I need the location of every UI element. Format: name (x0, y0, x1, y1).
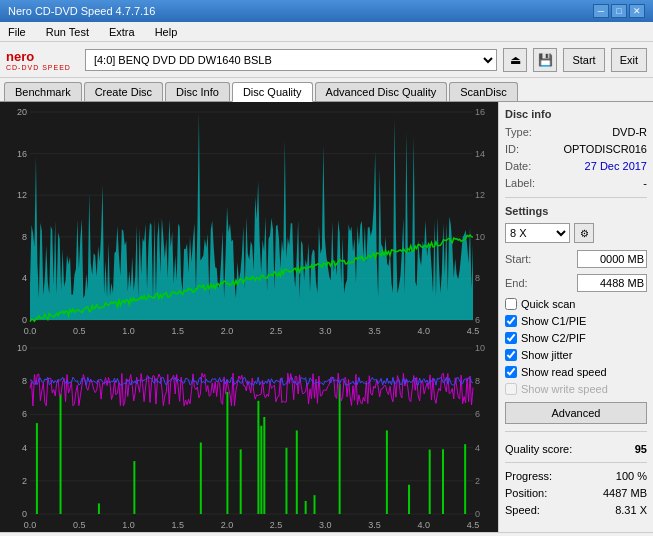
start-button[interactable]: Start (563, 48, 604, 72)
tab-disc-quality[interactable]: Disc Quality (232, 82, 313, 102)
minimize-button[interactable]: ─ (593, 4, 609, 18)
show-read-speed-checkbox[interactable] (505, 366, 517, 378)
title-bar: Nero CD-DVD Speed 4.7.7.16 ─ □ ✕ (0, 0, 653, 22)
disc-id-value: OPTODISCR016 (563, 143, 647, 155)
quick-scan-checkbox[interactable] (505, 298, 517, 310)
show-jitter-label: Show jitter (521, 349, 572, 361)
quick-scan-label: Quick scan (521, 298, 575, 310)
show-c2pif-label: Show C2/PIF (521, 332, 586, 344)
show-jitter-row: Show jitter (505, 349, 647, 361)
quality-score-row: Quality score: 95 (505, 443, 647, 455)
position-value: 4487 MB (603, 487, 647, 499)
disc-date-label: Date: (505, 160, 531, 172)
show-c1pie-label: Show C1/PIE (521, 315, 586, 327)
divider-3 (505, 462, 647, 463)
menu-extra[interactable]: Extra (105, 26, 139, 38)
tab-benchmark[interactable]: Benchmark (4, 82, 82, 101)
disc-type-row: Type: DVD-R (505, 126, 647, 138)
disc-type-label: Type: (505, 126, 532, 138)
show-c1pie-row: Show C1/PIE (505, 315, 647, 327)
disc-label-value: - (643, 177, 647, 189)
start-mb-input[interactable] (577, 250, 647, 268)
disc-id-label: ID: (505, 143, 519, 155)
tab-create-disc[interactable]: Create Disc (84, 82, 163, 101)
menu-help[interactable]: Help (151, 26, 182, 38)
end-mb-row: End: (505, 274, 647, 292)
show-read-speed-label: Show read speed (521, 366, 607, 378)
speed-row: 8 X ⚙ (505, 223, 647, 243)
tabs: Benchmark Create Disc Disc Info Disc Qua… (0, 78, 653, 102)
logo-subtext: CD-DVD SPEED (6, 64, 71, 71)
show-c1pie-checkbox[interactable] (505, 315, 517, 327)
right-panel: Disc info Type: DVD-R ID: OPTODISCR016 D… (498, 102, 653, 532)
divider-1 (505, 197, 647, 198)
title-bar-controls: ─ □ ✕ (593, 4, 645, 18)
start-mb-label: Start: (505, 253, 531, 265)
show-write-speed-label: Show write speed (521, 383, 608, 395)
progress-row: Progress: 100 % (505, 470, 647, 482)
show-jitter-checkbox[interactable] (505, 349, 517, 361)
quick-scan-row: Quick scan (505, 298, 647, 310)
logo-text: nero (6, 49, 71, 64)
position-row: Position: 4487 MB (505, 487, 647, 499)
show-read-speed-row: Show read speed (505, 366, 647, 378)
progress-label: Progress: (505, 470, 552, 482)
position-label: Position: (505, 487, 547, 499)
speed-info-label: Speed: (505, 504, 540, 516)
show-write-speed-row: Show write speed (505, 383, 647, 395)
speed-select[interactable]: 8 X (505, 223, 570, 243)
logo: nero CD-DVD SPEED (6, 49, 71, 71)
advanced-button[interactable]: Advanced (505, 402, 647, 424)
disc-label-label: Label: (505, 177, 535, 189)
tab-disc-info[interactable]: Disc Info (165, 82, 230, 101)
end-mb-input[interactable] (577, 274, 647, 292)
toolbar: nero CD-DVD SPEED [4:0] BENQ DVD DD DW16… (0, 42, 653, 78)
menu-bar: File Run Test Extra Help (0, 22, 653, 42)
exit-button[interactable]: Exit (611, 48, 647, 72)
disc-id-row: ID: OPTODISCR016 (505, 143, 647, 155)
show-c2pif-checkbox[interactable] (505, 332, 517, 344)
maximize-button[interactable]: □ (611, 4, 627, 18)
speed-info-row: Speed: 8.31 X (505, 504, 647, 516)
chart-area (0, 102, 498, 532)
title-bar-text: Nero CD-DVD Speed 4.7.7.16 (8, 5, 155, 17)
divider-2 (505, 431, 647, 432)
tab-advanced-disc-quality[interactable]: Advanced Disc Quality (315, 82, 448, 101)
disc-label-row: Label: - (505, 177, 647, 189)
speed-info-value: 8.31 X (615, 504, 647, 516)
menu-file[interactable]: File (4, 26, 30, 38)
eject-button[interactable]: ⏏ (503, 48, 527, 72)
save-button[interactable]: 💾 (533, 48, 557, 72)
settings-title: Settings (505, 205, 647, 217)
show-write-speed-checkbox[interactable] (505, 383, 517, 395)
disc-date-value: 27 Dec 2017 (585, 160, 647, 172)
disc-date-row: Date: 27 Dec 2017 (505, 160, 647, 172)
settings-icon-btn[interactable]: ⚙ (574, 223, 594, 243)
quality-score-label: Quality score: (505, 443, 572, 455)
menu-run-test[interactable]: Run Test (42, 26, 93, 38)
progress-value: 100 % (616, 470, 647, 482)
main-content: Disc info Type: DVD-R ID: OPTODISCR016 D… (0, 102, 653, 532)
end-mb-label: End: (505, 277, 528, 289)
disc-info-title: Disc info (505, 108, 647, 120)
show-c2pif-row: Show C2/PIF (505, 332, 647, 344)
start-mb-row: Start: (505, 250, 647, 268)
stats-bar: PI Errors Average: 2.90 Maximum: 20 Tota… (0, 532, 653, 536)
bottom-chart (0, 102, 498, 532)
tab-scandisc[interactable]: ScanDisc (449, 82, 517, 101)
drive-select[interactable]: [4:0] BENQ DVD DD DW1640 BSLB (85, 49, 498, 71)
disc-type-value: DVD-R (612, 126, 647, 138)
close-button[interactable]: ✕ (629, 4, 645, 18)
quality-score-value: 95 (635, 443, 647, 455)
